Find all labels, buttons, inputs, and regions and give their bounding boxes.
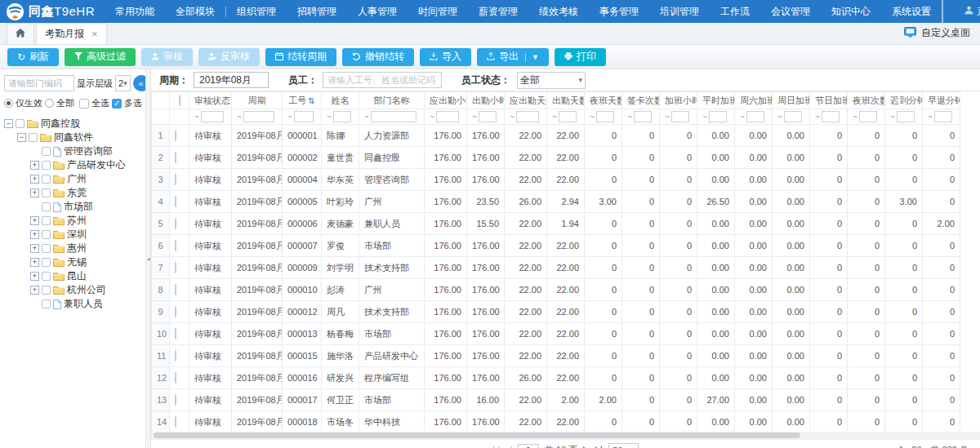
expand-node-icon[interactable]: + <box>30 189 39 197</box>
expand-node-icon[interactable]: + <box>30 258 39 267</box>
column-filter-input-18[interactable] <box>897 111 915 122</box>
collapse-node-icon[interactable]: − <box>4 119 13 128</box>
tree-node-12[interactable]: +昆山 <box>4 269 142 283</box>
employee-search-input[interactable] <box>323 72 442 88</box>
toolbar-button-6[interactable]: 撤销结转 <box>342 48 414 66</box>
column-header-2[interactable]: 周期 <box>232 92 283 109</box>
column-header-13[interactable]: 平时加班 <box>697 92 735 109</box>
column-header-6[interactable]: 应出勤小时 <box>425 92 467 109</box>
horizontal-scrollbar[interactable] <box>151 432 980 439</box>
multi-select-checkbox[interactable] <box>112 99 122 109</box>
row-checkbox[interactable] <box>175 218 176 229</box>
row-checkbox[interactable] <box>175 240 176 251</box>
column-filter-input-12[interactable] <box>671 111 689 122</box>
expand-node-icon[interactable]: + <box>30 272 39 281</box>
tree-node-7[interactable]: 市场部 <box>4 200 142 214</box>
column-filter-input-5[interactable] <box>371 111 416 122</box>
column-header-4[interactable]: 姓名 <box>322 92 359 109</box>
table-row[interactable]: 11待审核2019年08月000015施华洛产品研发中心176.00176.00… <box>152 345 960 367</box>
sidebar-splitter[interactable]: ◂ <box>145 69 151 448</box>
column-filter-input-8[interactable] <box>516 111 539 122</box>
radio-valid-only[interactable] <box>4 99 13 108</box>
customize-desktop-button[interactable]: 自定义桌面 <box>904 26 970 40</box>
nav-item-8[interactable]: 绩效考核 <box>528 0 589 23</box>
collapse-sidebar-button[interactable]: « <box>133 75 145 91</box>
expand-node-icon[interactable]: + <box>30 230 39 239</box>
nav-item-6[interactable]: 时间管理 <box>408 0 468 23</box>
column-filter-input-9[interactable] <box>559 111 577 122</box>
tree-node-checkbox[interactable] <box>42 299 51 308</box>
table-row[interactable]: 6待审核2019年08月000007罗俊市场部176.00176.0022.00… <box>152 235 960 257</box>
dept-code-input[interactable] <box>4 75 74 91</box>
nav-item-12[interactable]: 会议管理 <box>760 0 821 23</box>
row-checkbox[interactable] <box>175 130 176 141</box>
select-all-checkbox[interactable] <box>79 99 89 109</box>
tree-node-11[interactable]: +无锡 <box>4 255 142 269</box>
tree-node-13[interactable]: +杭州公司 <box>4 283 142 297</box>
column-header-14[interactable]: 周六加班 <box>735 92 773 109</box>
nav-item-14[interactable]: 系统设置 <box>881 0 942 23</box>
tree-node-2[interactable]: −同鑫软件 <box>4 131 142 144</box>
column-header-12[interactable]: 加班小时 <box>660 92 697 109</box>
row-checkbox[interactable] <box>175 328 176 339</box>
tree-node-checkbox[interactable] <box>16 119 24 128</box>
row-checkbox[interactable] <box>175 350 176 362</box>
nav-item-9[interactable]: 事务管理 <box>589 0 649 23</box>
table-row[interactable]: 2待审核2019年08月000002童世贵同鑫控股176.00176.0022.… <box>152 147 960 169</box>
column-filter-input-19[interactable] <box>934 111 952 122</box>
column-header-1[interactable]: 审核状态 <box>189 92 232 109</box>
column-filter-input-13[interactable] <box>709 111 727 122</box>
tree-node-checkbox[interactable] <box>42 286 51 295</box>
toolbar-button-5[interactable]: 结转周期 <box>265 48 336 66</box>
column-filter-input-15[interactable] <box>784 111 802 122</box>
row-checkbox[interactable] <box>175 284 176 295</box>
column-filter-input-14[interactable] <box>746 111 764 122</box>
tree-node-checkbox[interactable] <box>42 161 51 170</box>
column-filter-input-7[interactable] <box>479 111 497 122</box>
row-checkbox[interactable] <box>175 196 176 207</box>
tree-node-checkbox[interactable] <box>42 272 51 281</box>
tab-attendance-monthly[interactable]: 考勤月报 × <box>36 23 107 44</box>
expand-node-icon[interactable]: + <box>30 286 39 295</box>
page-size-select[interactable]: 50▾ <box>608 443 639 448</box>
column-header-7[interactable]: 出勤小时 <box>467 92 505 109</box>
column-header-15[interactable]: 周日加班 <box>773 92 810 109</box>
column-header-9[interactable]: 出勤天数 <box>547 92 585 109</box>
nav-item-4[interactable]: 招聘管理 <box>287 0 347 23</box>
column-header-10[interactable]: 夜班天数 <box>585 92 622 109</box>
tree-node-4[interactable]: +产品研发中心 <box>4 158 142 172</box>
column-header-18[interactable]: 迟到分钟 <box>885 92 923 109</box>
tree-node-checkbox[interactable] <box>42 230 51 239</box>
expand-node-icon[interactable]: + <box>30 175 39 184</box>
sort-icon[interactable]: ⇅ <box>308 96 314 105</box>
column-filter-input-17[interactable] <box>859 111 877 122</box>
table-row[interactable]: 3待审核2019年08月000004华东英管理咨询部176.00176.0022… <box>152 169 960 191</box>
toolbar-button-9[interactable]: 打印 <box>555 48 606 66</box>
tree-node-6[interactable]: +东莞 <box>4 186 142 200</box>
column-filter-input-6[interactable] <box>436 111 459 122</box>
expand-node-icon[interactable]: + <box>30 161 39 170</box>
header-select-all-checkbox[interactable] <box>179 95 180 106</box>
row-checkbox[interactable] <box>175 394 176 406</box>
column-header-8[interactable]: 应出勤天数 <box>505 92 547 109</box>
table-row[interactable]: 13待审核2019年08月000017何卫正市场部176.0016.0022.0… <box>152 389 960 411</box>
toolbar-button-8[interactable]: 导出▼ <box>477 48 549 66</box>
toolbar-button-2[interactable]: 高级过滤 <box>65 48 136 66</box>
tree-node-14[interactable]: 兼职人员 <box>4 297 142 311</box>
nav-item-13[interactable]: 知识中心 <box>821 0 881 23</box>
tree-node-10[interactable]: +惠州 <box>4 242 142 255</box>
nav-item-3[interactable]: 组织管理 <box>226 0 287 23</box>
table-row[interactable]: 4待审核2019年08月000005叶彩玲广州176.0023.5026.002… <box>152 191 960 213</box>
column-header-17[interactable]: 夜班次数 <box>848 92 885 109</box>
tree-node-checkbox[interactable] <box>42 147 51 156</box>
expand-node-icon[interactable]: + <box>30 244 39 253</box>
table-row[interactable]: 14待审核2019年08月000018市场冬华中科技176.00176.0022… <box>152 411 960 432</box>
row-checkbox[interactable] <box>175 306 176 317</box>
toolbar-button-1[interactable]: ↻刷新 <box>7 48 59 66</box>
row-checkbox[interactable] <box>175 174 176 185</box>
column-filter-input-11[interactable] <box>634 111 652 122</box>
tree-node-9[interactable]: +深圳 <box>4 228 142 242</box>
nav-item-7[interactable]: 薪资管理 <box>468 0 528 23</box>
table-row[interactable]: 1待审核2019年08月000001陈娜人力资源部176.00176.0022.… <box>152 125 960 147</box>
column-header-5[interactable]: 部门名称 <box>359 92 425 109</box>
